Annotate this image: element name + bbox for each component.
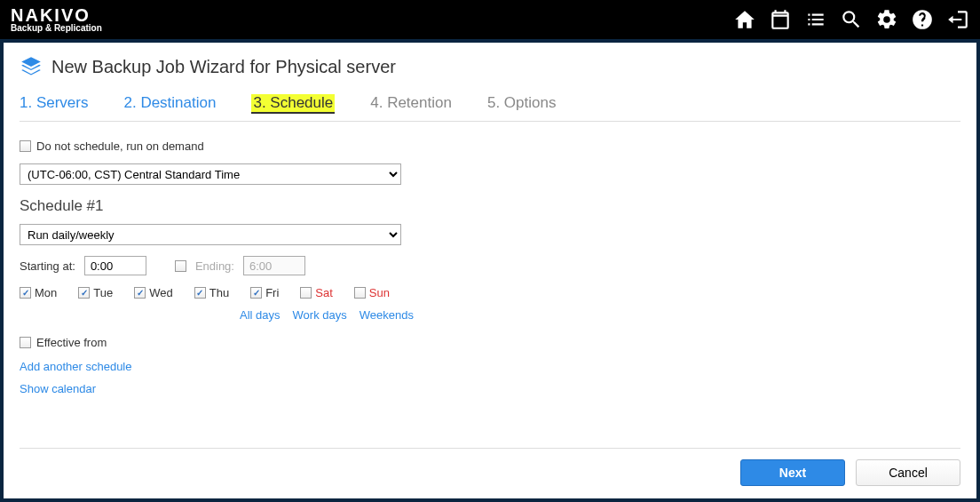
no-schedule-checkbox[interactable] — [20, 140, 31, 152]
help-icon[interactable] — [911, 8, 934, 31]
days-row: Mon Tue Wed Thu Fri Sat Sun — [20, 286, 960, 299]
cancel-button[interactable]: Cancel — [856, 459, 960, 486]
add-schedule-link[interactable]: Add another schedule — [20, 360, 960, 373]
next-button[interactable]: Next — [740, 459, 845, 486]
day-sat-checkbox[interactable] — [300, 287, 312, 299]
preset-work-days[interactable]: Work days — [293, 308, 347, 322]
brand-name: NAKIVO — [11, 6, 102, 24]
brand-logo: NAKIVO Backup & Replication — [11, 6, 102, 33]
top-bar-icons — [733, 8, 969, 31]
gear-icon[interactable] — [875, 8, 898, 31]
no-schedule-row: Do not schedule, run on demand — [20, 139, 960, 153]
step-schedule[interactable]: 3. Schedule — [251, 94, 335, 114]
step-servers[interactable]: 1. Servers — [20, 94, 88, 114]
day-thu-checkbox[interactable] — [194, 287, 206, 299]
step-destination[interactable]: 2. Destination — [123, 94, 216, 114]
page-header: New Backup Job Wizard for Physical serve… — [20, 55, 960, 78]
wizard-panel: New Backup Job Wizard for Physical serve… — [4, 43, 976, 498]
day-fri-label: Fri — [265, 286, 279, 299]
page-title: New Backup Job Wizard for Physical serve… — [51, 57, 396, 77]
day-wed-checkbox[interactable] — [134, 287, 146, 299]
show-calendar-link[interactable]: Show calendar — [20, 382, 960, 395]
recurrence-select[interactable]: Run daily/weekly — [20, 224, 401, 245]
step-options: 5. Options — [487, 94, 557, 114]
day-mon-label: Mon — [35, 286, 57, 299]
stack-icon — [20, 55, 43, 78]
top-bar: NAKIVO Backup & Replication — [0, 0, 980, 39]
recurrence-row: Run daily/weekly — [20, 224, 960, 245]
preset-weekends[interactable]: Weekends — [360, 308, 414, 322]
timezone-select[interactable]: (UTC-06:00, CST) Central Standard Time — [20, 163, 401, 185]
no-schedule-label: Do not schedule, run on demand — [36, 139, 204, 153]
timing-row: Starting at: Ending: — [20, 256, 960, 275]
timezone-row: (UTC-06:00, CST) Central Standard Time — [20, 163, 960, 185]
schedule-action-links: Add another schedule Show calendar — [20, 360, 960, 395]
logout-icon[interactable] — [946, 8, 969, 31]
day-sun-checkbox[interactable] — [354, 287, 366, 299]
effective-checkbox[interactable] — [20, 337, 31, 348]
wizard-steps: 1. Servers 2. Destination 3. Schedule 4.… — [20, 94, 960, 122]
day-fri-checkbox[interactable] — [250, 287, 262, 299]
day-tue-checkbox[interactable] — [78, 287, 90, 299]
schedule-section-title: Schedule #1 — [20, 197, 960, 215]
day-sat-label: Sat — [315, 286, 333, 299]
brand-tagline: Backup & Replication — [11, 24, 102, 33]
effective-row: Effective from — [20, 336, 960, 349]
day-sun-label: Sun — [369, 286, 390, 299]
ending-label: Ending: — [195, 259, 234, 273]
wizard-footer: Next Cancel — [20, 448, 960, 486]
day-thu-label: Thu — [209, 286, 229, 299]
day-tue-label: Tue — [93, 286, 113, 299]
starting-input[interactable] — [84, 256, 146, 275]
day-presets: All days Work days Weekends — [240, 308, 960, 322]
step-retention: 4. Retention — [370, 94, 452, 114]
home-icon[interactable] — [733, 8, 756, 31]
day-wed-label: Wed — [149, 286, 173, 299]
ending-input[interactable] — [243, 256, 305, 275]
list-icon[interactable] — [804, 8, 827, 31]
effective-label: Effective from — [36, 336, 107, 349]
ending-checkbox[interactable] — [175, 260, 186, 272]
calendar-icon[interactable] — [769, 8, 792, 31]
search-icon[interactable] — [840, 8, 863, 31]
preset-all-days[interactable]: All days — [240, 308, 281, 322]
starting-label: Starting at: — [20, 259, 75, 273]
day-mon-checkbox[interactable] — [20, 287, 31, 299]
